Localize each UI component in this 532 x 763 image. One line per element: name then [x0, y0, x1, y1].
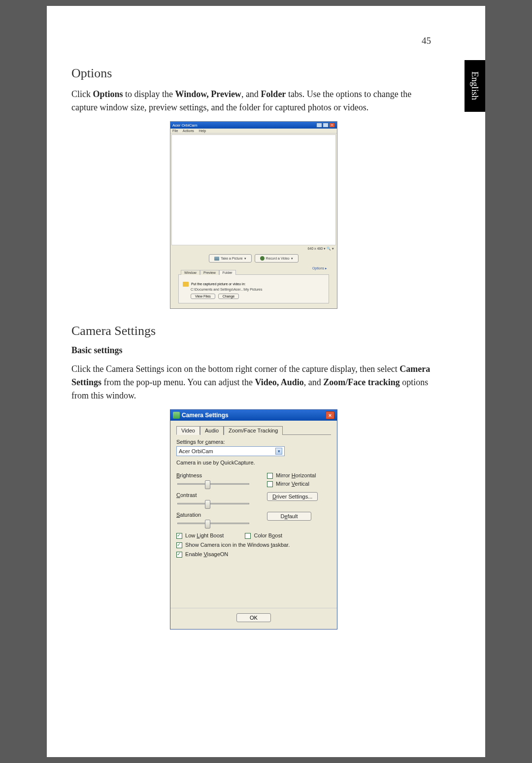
document-page: 45 English Options Click Options to disp…: [47, 6, 485, 757]
brightness-label: Brightness: [176, 472, 255, 478]
ok-button[interactable]: OK: [236, 613, 271, 622]
enable-visageon-checkbox[interactable]: [176, 552, 182, 558]
orbicam-tab-headers: Window Preview Folder: [181, 270, 236, 275]
orbicam-options-panel: Window Preview Folder Put the captured p…: [178, 274, 329, 303]
record-video-button[interactable]: Record a Video ▾: [255, 254, 299, 263]
camset-ok-bar: OK: [170, 608, 337, 629]
contrast-label: Contrast: [176, 492, 255, 498]
change-button[interactable]: Change: [218, 294, 239, 299]
camera-settings-screenshot: Camera Settings × Video Audio Zoom/Face …: [71, 409, 436, 630]
show-icon-row: Show Camera icon in the Windows taskbar.: [176, 542, 331, 548]
folder-buttons: View Files Change: [191, 292, 325, 299]
camset-title-text: Camera Settings: [182, 412, 229, 419]
maximize-button[interactable]: □: [323, 123, 329, 128]
saturation-label: Saturation: [176, 512, 255, 518]
options-heading: Options: [71, 66, 436, 81]
options-paragraph: Click Options to display the Window, Pre…: [71, 88, 436, 114]
basic-settings-subheading: Basic settings: [71, 345, 436, 356]
menu-help[interactable]: Help: [199, 129, 206, 133]
dropdown-arrow-icon: ▾: [275, 448, 282, 455]
orbicam-action-buttons: Take a Picture ▾ Record a Video ▾: [170, 251, 337, 265]
orbicam-title-text: Acer OrbiCam: [172, 123, 198, 128]
show-camera-icon-checkbox[interactable]: [176, 542, 182, 548]
orbicam-screenshot: Acer OrbiCam _ □ × File Actions Help 640…: [71, 121, 436, 309]
low-light-boost-checkbox[interactable]: [176, 533, 182, 539]
camset-app-icon: [173, 412, 180, 419]
brightness-slider[interactable]: [176, 479, 250, 489]
tab-folder[interactable]: Folder: [219, 270, 236, 275]
menu-actions[interactable]: Actions: [183, 129, 194, 133]
page-content: Options Click Options to display the Win…: [71, 66, 436, 630]
driver-settings-button[interactable]: Driver Settings...: [267, 492, 318, 501]
orbicam-window: Acer OrbiCam _ □ × File Actions Help 640…: [170, 121, 337, 309]
folder-path: C:\Documents and Settings\Acer...\My Pic…: [191, 287, 325, 292]
video-icon: [260, 256, 265, 261]
tab-window[interactable]: Window: [181, 270, 200, 275]
tab-preview[interactable]: Preview: [200, 270, 219, 275]
camera-status: Camera in use by QuickCapture.: [176, 460, 331, 465]
camera-settings-window: Camera Settings × Video Audio Zoom/Face …: [170, 409, 337, 630]
page-number: 45: [71, 35, 431, 46]
enable-visage-row: Enable VisageON: [176, 551, 331, 558]
minimize-button[interactable]: _: [316, 123, 322, 128]
mirror-vertical-checkbox-row: Mirror Vertical: [267, 481, 331, 487]
orbicam-menubar: File Actions Help: [170, 129, 337, 133]
orbicam-statusbar: 640 x 480 ▾ 🔍 ▾: [170, 246, 337, 251]
folder-row: Put the captured picture or video in:: [183, 282, 325, 287]
camset-titlebar: Camera Settings ×: [170, 410, 337, 421]
orbicam-titlebar: Acer OrbiCam _ □ ×: [170, 122, 337, 129]
row-brightness: Brightness Mirror Horizontal: [176, 472, 331, 489]
view-files-button[interactable]: View Files: [191, 294, 215, 299]
mirror-horizontal-checkbox[interactable]: [267, 473, 273, 479]
tab-audio[interactable]: Audio: [200, 426, 224, 435]
camset-body: Video Audio Zoom/Face Tracking Settings …: [170, 421, 337, 608]
row-contrast: Contrast Driver Settings...: [176, 492, 331, 509]
menu-file[interactable]: File: [172, 129, 178, 133]
mirror-vertical-checkbox[interactable]: [267, 481, 273, 487]
settings-for-camera-label: Settings for camera:: [176, 439, 331, 445]
contrast-slider[interactable]: [176, 499, 250, 509]
language-tab: English: [465, 60, 485, 112]
camera-icon: [214, 257, 219, 261]
tab-video[interactable]: Video: [176, 426, 200, 435]
take-picture-button[interactable]: Take a Picture ▾: [209, 254, 251, 263]
row-saturation: Saturation Default: [176, 512, 331, 529]
folder-icon: [183, 282, 189, 287]
color-boost-checkbox[interactable]: [245, 533, 251, 539]
camera-dropdown[interactable]: Acer OrbiCam ▾: [176, 446, 285, 456]
orbicam-preview-area: [171, 134, 336, 245]
close-button[interactable]: ×: [329, 123, 335, 128]
window-controls: _ □ ×: [316, 123, 335, 128]
camera-settings-paragraph: Click the Camera Settings icon on the bo…: [71, 363, 436, 402]
mirror-horizontal-checkbox-row: Mirror Horizontal: [267, 472, 331, 479]
default-button[interactable]: Default: [267, 512, 311, 521]
tab-zoom-face[interactable]: Zoom/Face Tracking: [224, 426, 283, 435]
checkboxes-row1: Low Light Boost Color Boost: [176, 532, 331, 539]
camset-tabs: Video Audio Zoom/Face Tracking: [176, 426, 331, 435]
camera-settings-heading: Camera Settings: [71, 324, 436, 338]
saturation-slider[interactable]: [176, 519, 250, 529]
camset-close-button[interactable]: ×: [326, 411, 334, 419]
